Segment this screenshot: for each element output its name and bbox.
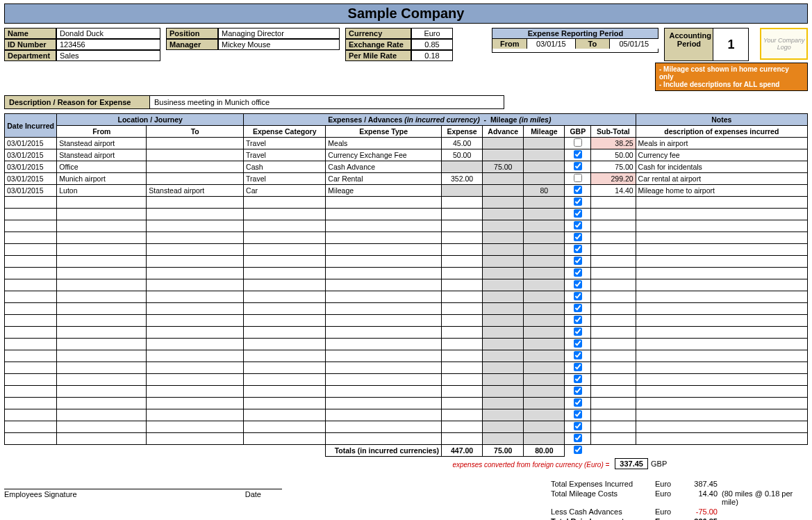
table-row[interactable] <box>5 327 808 339</box>
gbp-check[interactable] <box>574 245 582 253</box>
gbp-check[interactable] <box>574 268 582 277</box>
col-exp: Expense <box>442 126 483 138</box>
table-row[interactable] <box>5 244 808 256</box>
table-row[interactable] <box>5 220 808 232</box>
gbp-check[interactable] <box>574 162 582 170</box>
table-row[interactable]: 03/01/2015Stanstead airportTravelMeals 4… <box>5 138 808 149</box>
name-value[interactable]: Donald Duck <box>56 28 160 39</box>
col-cat: Expense Category <box>244 126 326 138</box>
col-gbp: GBP <box>565 126 591 138</box>
totals-gbp-check[interactable] <box>574 446 582 454</box>
expense-table: Date Incurred Location / Journey Expense… <box>4 113 808 457</box>
cur-value[interactable]: Euro <box>411 28 453 39</box>
gbp-check[interactable] <box>574 363 582 371</box>
gbp-check[interactable] <box>574 339 582 348</box>
emp-sig-label: Employees Signature <box>4 489 77 498</box>
gbp-check[interactable] <box>574 280 582 289</box>
gbp-check[interactable] <box>574 316 582 324</box>
totals-exp: 447.00 <box>442 445 483 457</box>
mgr-value[interactable]: Mickey Mouse <box>218 39 340 50</box>
table-row[interactable] <box>5 291 808 303</box>
table-row[interactable] <box>5 279 808 291</box>
gbp-check[interactable] <box>574 434 582 442</box>
orange-note: - Mileage cost shown in home currency on… <box>655 63 808 91</box>
pos-label: Position <box>166 28 218 39</box>
gbp-check[interactable] <box>574 398 582 407</box>
table-row[interactable] <box>5 386 808 398</box>
from-value[interactable]: 03/01/15 <box>527 39 575 49</box>
col-from: From <box>57 126 147 138</box>
table-row[interactable] <box>5 232 808 244</box>
mile-value[interactable]: 0.18 <box>411 50 453 61</box>
col-type: Expense Type <box>326 126 442 138</box>
gbp-check[interactable] <box>574 351 582 359</box>
to-value[interactable]: 05/01/15 <box>610 39 658 49</box>
table-row[interactable] <box>5 339 808 350</box>
gbp-check[interactable] <box>574 257 582 265</box>
table-row[interactable] <box>5 362 808 374</box>
pos-value[interactable]: Managing Director <box>218 28 340 39</box>
gbp-check[interactable] <box>574 410 582 419</box>
desc-value[interactable]: Business meeting in Munich office <box>150 95 504 109</box>
gbp-check[interactable] <box>574 387 582 395</box>
acct-block: Accounting Period 1 <box>664 28 749 61</box>
dept-value[interactable]: Sales <box>56 50 160 61</box>
col-notes: Notes <box>636 114 807 126</box>
name-label: Name <box>4 28 56 39</box>
gbp-check[interactable] <box>574 221 582 229</box>
gbp-check[interactable] <box>574 197 582 206</box>
gbp-check[interactable] <box>574 138 582 147</box>
table-row[interactable] <box>5 374 808 386</box>
col-to: To <box>147 126 244 138</box>
table-row[interactable]: 03/01/2015Stanstead airportTravelCurrenc… <box>5 149 808 161</box>
company-title: Sample Company <box>4 3 808 24</box>
emp-sig-date: Date <box>245 489 261 498</box>
table-body: 03/01/2015Stanstead airportTravelMeals 4… <box>5 138 808 445</box>
table-row[interactable] <box>5 350 808 362</box>
col-notes-desc: description of expenses incurred <box>636 126 807 138</box>
conv-cur: GBP <box>648 460 808 468</box>
totals-label: Totals (in incurred currencies) <box>326 445 442 457</box>
gbp-check[interactable] <box>574 327 582 336</box>
col-date: Date Incurred <box>5 114 57 138</box>
table-row[interactable] <box>5 268 808 279</box>
table-row[interactable] <box>5 398 808 409</box>
table-row[interactable] <box>5 315 808 327</box>
table-row[interactable]: 03/01/2015OfficeCashCash Advance 75.00 7… <box>5 161 808 173</box>
table-row[interactable] <box>5 421 808 433</box>
col-location: Location / Journey <box>57 114 244 126</box>
table-row[interactable] <box>5 209 808 220</box>
table-row[interactable] <box>5 433 808 445</box>
table-row[interactable] <box>5 197 808 209</box>
desc-label: Description / Reason for Expense <box>4 95 150 109</box>
gbp-check[interactable] <box>574 292 582 300</box>
mgr-label: Manager <box>166 39 218 50</box>
table-row[interactable] <box>5 256 808 268</box>
acct-value[interactable]: 1 <box>713 29 748 60</box>
to-label: To <box>576 39 611 49</box>
gbp-check[interactable] <box>574 150 582 159</box>
rate-label: Exchange Rate <box>345 39 411 50</box>
gbp-check[interactable] <box>574 422 582 430</box>
finance-summary: Total Expenses IncurredEuro387.45 Total … <box>551 479 808 520</box>
col-adv: Advance <box>483 126 524 138</box>
conv-note: expenses converted from foreign currency… <box>4 459 615 469</box>
gbp-check[interactable] <box>574 186 582 194</box>
col-sub: Sub-Total <box>591 126 636 138</box>
id-value[interactable]: 123456 <box>56 39 160 50</box>
gbp-check[interactable] <box>574 375 582 383</box>
table-row[interactable] <box>5 303 808 315</box>
logo-placeholder: Your Company Logo <box>760 28 808 60</box>
gbp-check[interactable] <box>574 304 582 312</box>
table-row[interactable]: 03/01/2015Munich airportTravelCar Rental… <box>5 173 808 185</box>
period-block: Expense Reporting Period From 03/01/15 T… <box>492 28 658 53</box>
rate-value[interactable]: 0.85 <box>411 39 453 50</box>
conv-value: 337.45 <box>615 458 648 469</box>
table-row[interactable]: 03/01/2015LutonStanstead airportCarMilea… <box>5 185 808 197</box>
table-row[interactable] <box>5 409 808 421</box>
gbp-check[interactable] <box>574 174 582 182</box>
id-label: ID Number <box>4 39 56 50</box>
gbp-check[interactable] <box>574 233 582 241</box>
gbp-check[interactable] <box>574 209 582 218</box>
totals-adv: 75.00 <box>483 445 524 457</box>
